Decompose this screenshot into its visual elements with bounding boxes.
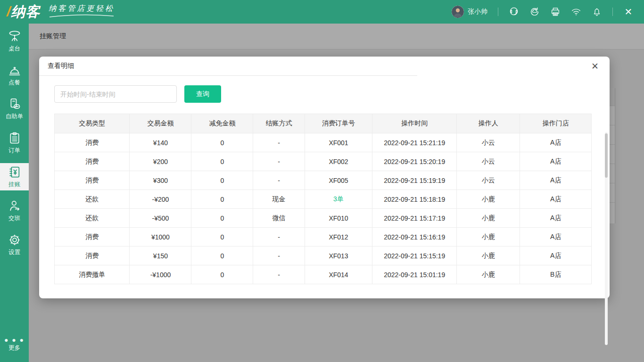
table-cell: 2022-09-21 15:01:19 [372,265,457,284]
table-cell: 消费 [55,133,130,152]
table-cell: 2022-09-21 15:17:19 [372,209,457,228]
table-cell: 0 [191,247,253,265]
table-cell: A店 [520,228,592,247]
sidebar-item-settings[interactable]: 设置 [0,231,29,258]
selfservice-order-icon [8,98,21,111]
date-range-input[interactable] [54,85,177,103]
column-header: 消费订单号 [305,114,372,133]
table-row: 消费¥10000-XF0122022-09-21 15:16:19小鹿A店 [55,228,592,247]
header-row: 交易类型交易金额减免金额结账方式消费订单号操作时间操作人操作门店 [55,114,592,133]
table-cell: ¥200 [130,152,191,171]
table-cell: ¥150 [130,247,191,265]
view-detail-modal: 查看明细 ✕ 查询 交易类型交易金额减免金额结账方式消费订单号操作时间操作人操作… [39,57,610,298]
table-cell: -¥200 [130,190,191,209]
table-cell: B店 [520,265,592,284]
table-cell: ¥1000 [130,228,191,247]
sidebar-item-more[interactable]: ● ● ● 更多 [0,331,29,358]
table-cell: 0 [191,228,253,247]
detail-table-body: 消费¥1400-XF0012022-09-21 15:21:19小云A店消费¥2… [55,133,592,284]
table-cell: 小鹿 [457,247,520,265]
user-chip[interactable]: 张小帅 [452,6,487,18]
sidebar-spacer [0,258,29,331]
printer-icon[interactable] [550,7,561,17]
table-row: 消费¥2000-XF0022022-09-21 15:20:19小云A店 [55,152,592,171]
table-cell: 0 [191,265,253,284]
table-cell: A店 [520,152,592,171]
table-cell: - [253,171,305,190]
wifi-icon[interactable] [571,7,581,17]
app-close-icon[interactable]: ✕ [623,7,634,17]
table-cell: 2022-09-21 15:20:19 [372,152,457,171]
modal-scrollbar[interactable] [605,132,608,345]
table-cell: 现金 [253,190,305,209]
table-cell: - [253,247,305,265]
table-cell: 还款 [55,209,130,228]
support-headset-icon[interactable] [509,7,519,17]
table-cell: ¥300 [130,171,191,190]
detail-table-head: 交易类型交易金额减免金额结账方式消费订单号操作时间操作人操作门店 [55,114,592,133]
sidebar-item-selfservice[interactable]: 自助单 [0,95,29,123]
clipboard-icon [8,132,21,145]
table-cell: 消费 [55,171,130,190]
gear-icon [8,233,21,247]
topbar-divider [612,8,613,16]
table-cell: 2022-09-21 15:16:19 [372,228,457,247]
table-row: 消费¥1500-XF0132022-09-21 15:15:19小鹿A店 [55,247,592,265]
modal-title: 查看明细 [48,62,74,70]
table-cell: XF001 [305,133,372,152]
table-cell: 0 [191,152,253,171]
column-header: 结账方式 [253,114,305,133]
table-row: 消费撤单-¥10000-XF0142022-09-21 15:01:19小鹿B店 [55,265,592,284]
table-cell: A店 [520,171,592,190]
table-cell: XF002 [305,152,372,171]
table-cell: 0 [191,133,253,152]
table-cell: XF012 [305,228,372,247]
table-cell: -¥1000 [130,265,191,284]
table-cell: XF013 [305,247,372,265]
table-cell: ¥140 [130,133,191,152]
table-cell: 小云 [457,171,520,190]
table-cell: 小鹿 [457,190,520,209]
table-cell: 2022-09-21 15:15:19 [372,247,457,265]
slogan-underline [49,14,115,18]
table-cell: A店 [520,209,592,228]
sidebar-item-tables[interactable]: 桌台 [0,27,29,55]
table-cell: 微信 [253,209,305,228]
table-cell: 消费 [55,152,130,171]
modal-header: 查看明细 ✕ [39,57,610,75]
sidebar-item-orders[interactable]: 订单 [0,129,29,156]
order-count-link[interactable]: 3单 [305,190,372,209]
table-cell: - [253,133,305,152]
sidebar-item-credit[interactable]: 挂账 [0,163,29,190]
table-cell: A店 [520,190,592,209]
column-header: 操作时间 [372,114,457,133]
table-row: 还款-¥2000现金3单2022-09-21 15:18:19小鹿A店 [55,190,592,209]
notification-bell-icon[interactable] [592,7,602,17]
table-cell: 小鹿 [457,209,520,228]
query-button[interactable]: 查询 [184,85,221,103]
credit-ledger-icon [8,165,21,179]
table-cell: 2022-09-21 15:19:19 [372,171,457,190]
sidebar-item-shift[interactable]: 交班 [0,197,29,224]
modal-body: 查询 交易类型交易金额减免金额结账方式消费订单号操作时间操作人操作门店 消费¥1… [39,75,610,284]
table-cell: 还款 [55,190,130,209]
scrollbar-thumb[interactable] [605,133,608,178]
table-cell: XF014 [305,265,372,284]
table-cell: 2022-09-21 15:18:19 [372,190,457,209]
column-header: 操作门店 [520,114,592,133]
avatar [452,6,464,18]
shift-change-icon [8,199,21,213]
table-cell: 小鹿 [457,265,520,284]
table-cell: 0 [191,171,253,190]
app-logo: /纳客 纳客管店更轻松 [0,2,115,22]
table-cell: - [253,265,305,284]
detail-table: 交易类型交易金额减免金额结账方式消费订单号操作时间操作人操作门店 消费¥1400… [54,114,592,284]
sidebar-item-ordering[interactable]: 点餐 [0,61,29,89]
table-cell: - [253,152,305,171]
sync-icon[interactable] [529,7,540,17]
topbar-divider [498,8,498,16]
modal-close-icon[interactable]: ✕ [589,60,601,72]
user-name: 张小帅 [468,8,487,16]
table-row: 消费¥3000-XF0052022-09-21 15:19:19小云A店 [55,171,592,190]
cloche-icon [8,64,21,77]
